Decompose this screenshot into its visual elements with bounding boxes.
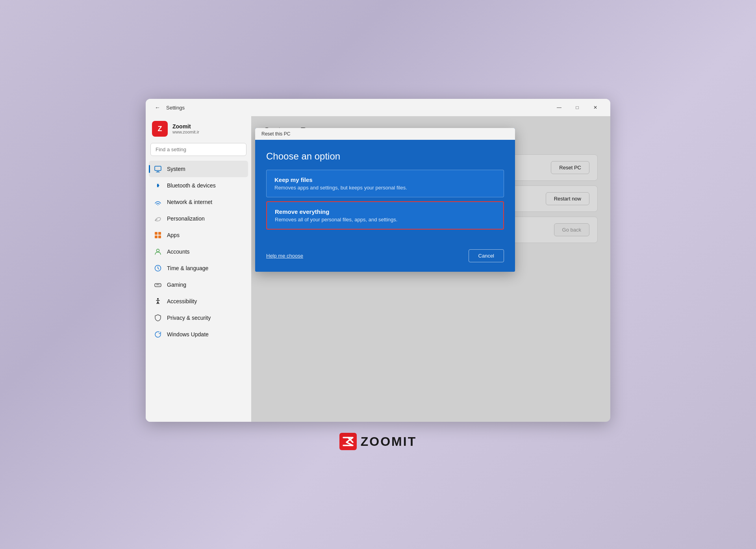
modal-overlay: Reset this PC Choose an option Keep my f… — [251, 116, 610, 422]
sidebar-item-personalization[interactable]: Personalization — [149, 210, 248, 227]
window-title: Settings — [166, 105, 185, 111]
profile-area: Z Zoomit www.zoomit.ir — [149, 116, 248, 143]
sidebar-item-time[interactable]: Time & language — [149, 260, 248, 276]
svg-rect-10 — [155, 284, 161, 287]
profile-icon: Z — [152, 121, 168, 137]
modal-title: Choose an option — [266, 151, 504, 162]
content-area: System › Recovery If you're having probl… — [251, 116, 610, 422]
sidebar-item-network[interactable]: Network & internet — [149, 194, 248, 210]
close-button[interactable]: ✕ — [587, 101, 604, 114]
sidebar-item-label: Personalization — [167, 215, 205, 222]
sidebar: Z Zoomit www.zoomit.ir System — [146, 116, 251, 422]
remove-everything-option[interactable]: Remove everything Removes all of your pe… — [266, 201, 504, 230]
svg-rect-0 — [155, 166, 161, 171]
svg-point-13 — [157, 298, 159, 300]
minimize-button[interactable]: — — [550, 101, 568, 114]
sidebar-item-bluetooth[interactable]: Bluetooth & devices — [149, 177, 248, 194]
sidebar-item-label: Time & language — [167, 265, 208, 271]
svg-rect-2 — [156, 172, 160, 172]
sidebar-item-accessibility[interactable]: Accessibility — [149, 293, 248, 310]
svg-rect-6 — [155, 236, 158, 238]
titlebar: ← Settings — □ ✕ — [146, 99, 610, 116]
keep-files-desc: Removes apps and settings, but keeps you… — [274, 185, 496, 191]
sidebar-item-label: Gaming — [167, 282, 186, 288]
modal-footer: Help me choose Cancel — [255, 243, 515, 272]
accessibility-icon — [154, 297, 162, 306]
sidebar-item-label: Privacy & security — [167, 315, 211, 321]
window-controls: — □ ✕ — [550, 101, 604, 114]
settings-window: ← Settings — □ ✕ Z Zoomit www.zoomit.ir — [146, 99, 610, 422]
gaming-icon — [154, 280, 162, 289]
svg-point-8 — [157, 249, 159, 252]
remove-everything-desc: Removes all of your personal files, apps… — [275, 217, 495, 223]
time-icon — [154, 264, 162, 273]
accounts-icon — [154, 247, 162, 256]
windows-update-icon — [154, 330, 162, 339]
sidebar-item-windowsupdate[interactable]: Windows Update — [149, 326, 248, 343]
svg-rect-4 — [155, 232, 158, 235]
sidebar-item-system[interactable]: System — [149, 161, 248, 177]
maximize-button[interactable]: □ — [569, 101, 586, 114]
keep-files-title: Keep my files — [274, 176, 496, 183]
help-me-choose-link[interactable]: Help me choose — [266, 253, 303, 259]
svg-point-3 — [158, 205, 158, 206]
cancel-button[interactable]: Cancel — [469, 249, 504, 262]
apps-icon — [154, 231, 162, 239]
sidebar-item-gaming[interactable]: Gaming — [149, 276, 248, 293]
brand-footer: ZOOMIT — [339, 433, 417, 450]
sidebar-item-label: System — [167, 166, 185, 172]
search-input[interactable] — [150, 143, 246, 156]
privacy-icon — [154, 313, 162, 322]
zoomit-logo-icon — [339, 433, 357, 450]
sidebar-item-label: Windows Update — [167, 331, 209, 338]
svg-rect-7 — [158, 236, 161, 238]
sidebar-item-privacy[interactable]: Privacy & security — [149, 310, 248, 326]
profile-info: Zoomit www.zoomit.ir — [172, 123, 199, 134]
svg-point-11 — [159, 285, 159, 286]
back-button[interactable]: ← — [152, 102, 163, 113]
svg-rect-5 — [158, 232, 161, 235]
personalization-icon — [154, 214, 162, 223]
sidebar-item-label: Accounts — [167, 249, 190, 255]
reset-modal: Reset this PC Choose an option Keep my f… — [255, 128, 515, 272]
network-icon — [154, 198, 162, 206]
profile-name: Zoomit — [172, 123, 199, 130]
sidebar-item-accounts[interactable]: Accounts — [149, 243, 248, 260]
modal-body: Choose an option Keep my files Removes a… — [255, 140, 515, 243]
bluetooth-icon — [154, 181, 162, 190]
brand-name: ZOOMIT — [361, 434, 417, 449]
sidebar-item-label: Accessibility — [167, 298, 197, 304]
system-icon — [154, 165, 162, 173]
sidebar-item-label: Network & internet — [167, 199, 212, 205]
svg-rect-1 — [157, 171, 159, 172]
profile-url: www.zoomit.ir — [172, 130, 199, 134]
modal-header-bar: Reset this PC — [255, 128, 515, 140]
main-area: Z Zoomit www.zoomit.ir System — [146, 116, 610, 422]
sidebar-item-apps[interactable]: Apps — [149, 227, 248, 243]
sidebar-item-label: Apps — [167, 232, 180, 238]
svg-point-12 — [158, 284, 159, 285]
keep-files-option[interactable]: Keep my files Removes apps and settings,… — [266, 170, 504, 197]
remove-everything-title: Remove everything — [275, 208, 495, 215]
sidebar-item-label: Bluetooth & devices — [167, 182, 216, 189]
